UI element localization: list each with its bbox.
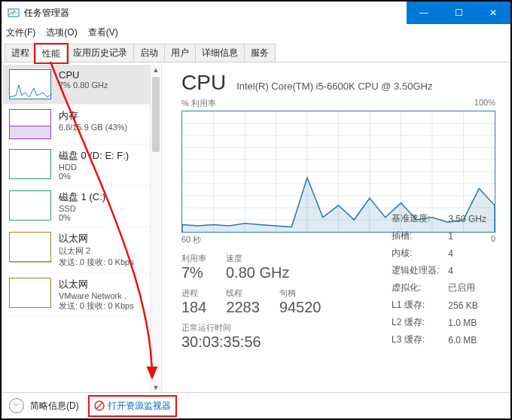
app-icon [8, 7, 20, 19]
task-manager-window: 任务管理器 — ☐ ✕ 文件(F) 选项(O) 查看(V) 进程 性能 应用历史… [0, 0, 512, 420]
thread-value: 2283 [226, 299, 260, 316]
tab-startup[interactable]: 启动 [133, 44, 165, 62]
sidebar-item-memory[interactable]: 内存 6.8/15.9 GB (43%) [3, 105, 151, 145]
net-sparkline-icon [9, 278, 51, 308]
tab-services[interactable]: 服务 [244, 44, 276, 62]
tab-strip: 进程 性能 应用历史记录 启动 用户 详细信息 服务 [2, 41, 510, 62]
tab-performance[interactable]: 性能 [35, 44, 67, 62]
chart-x-left: 60 秒 [181, 234, 201, 245]
scroll-up-icon[interactable]: ▲ [151, 65, 161, 75]
titlebar[interactable]: 任务管理器 — ☐ ✕ [2, 2, 510, 24]
menu-options[interactable]: 选项(O) [46, 26, 77, 39]
speed-value: 0.80 GHz [226, 264, 289, 282]
menu-view[interactable]: 查看(V) [88, 26, 118, 39]
sidebar-label: 以太网 [59, 278, 134, 291]
sidebar-scrollbar[interactable]: ▲ ▼ [150, 65, 161, 393]
disk-sparkline-icon [9, 149, 51, 179]
sidebar-label: CPU [59, 69, 108, 81]
sidebar-label: 磁盘 0 (D: E: F:) [59, 149, 129, 163]
net-sparkline-icon [9, 232, 51, 262]
sidebar-label: 以太网 [59, 232, 134, 245]
memory-sparkline-icon [9, 109, 51, 139]
open-resource-monitor-label: 打开资源监视器 [108, 400, 171, 412]
close-button[interactable]: ✕ [476, 2, 510, 24]
menu-file[interactable]: 文件(F) [6, 26, 35, 39]
tab-app-history[interactable]: 应用历史记录 [66, 44, 134, 62]
sidebar: CPU 7% 0.80 GHz 内存 6.8/15.9 GB (43%) [3, 65, 162, 393]
panel-subtitle: Intel(R) Core(TM) i5-6600K CPU @ 3.50GHz [236, 81, 432, 92]
sidebar-sub: SSD [59, 204, 105, 213]
chevron-down-icon: ﹀ [13, 400, 20, 411]
proc-label: 进程 [181, 288, 206, 299]
chart-y-max: 100% [474, 98, 495, 109]
svg-line-20 [96, 403, 102, 409]
sidebar-detail: 6.8/15.9 GB (43%) [59, 123, 127, 132]
util-value: 7% [181, 264, 206, 282]
content-area: CPU 7% 0.80 GHz 内存 6.8/15.9 GB (43%) [3, 65, 509, 393]
scrollbar-thumb[interactable] [152, 77, 160, 152]
handle-label: 句柄 [279, 288, 322, 299]
sidebar-sub: VMware Network . [59, 291, 134, 300]
sidebar-sub: 以太网 2 [59, 245, 134, 257]
resource-monitor-icon [94, 400, 105, 411]
sidebar-detail: 0% [59, 172, 129, 181]
chart-y-label: % 利用率 [181, 98, 216, 109]
sidebar-detail: 发送: 0 接收: 0 Kbps [59, 257, 134, 268]
sidebar-item-disk0[interactable]: 磁盘 0 (D: E: F:) HDD 0% [3, 145, 151, 186]
menubar: 文件(F) 选项(O) 查看(V) [2, 24, 510, 41]
scroll-down-icon[interactable]: ▼ [151, 382, 161, 393]
fewer-details-label[interactable]: 简略信息(D) [30, 400, 79, 412]
sidebar-label: 磁盘 1 (C:) [59, 190, 105, 204]
sidebar-label: 内存 [59, 109, 127, 123]
window-buttons: — ☐ ✕ [407, 2, 510, 24]
thread-label: 线程 [226, 288, 260, 299]
open-resource-monitor-link[interactable]: 打开资源监视器 [91, 398, 174, 414]
tab-details[interactable]: 详细信息 [195, 44, 245, 62]
proc-value: 184 [181, 299, 206, 316]
disk-sparkline-icon [9, 190, 51, 221]
sidebar-item-disk1[interactable]: 磁盘 1 (C:) SSD 0% [3, 186, 151, 227]
footer: ﹀ 简略信息(D) 打开资源监视器 [2, 392, 510, 418]
sidebar-item-eth0[interactable]: 以太网 以太网 2 发送: 0 接收: 0 Kbps [3, 227, 151, 273]
sidebar-detail: 发送: 0 接收: 0 Kbps [59, 300, 134, 312]
sidebar-detail: 0% [59, 213, 105, 222]
panel-title: CPU [181, 71, 226, 95]
cpu-sparkline-icon [9, 69, 51, 99]
detail-panel: CPU Intel(R) Core(TM) i5-6600K CPU @ 3.5… [162, 65, 509, 393]
handle-value: 94520 [279, 299, 322, 316]
util-label: 利用率 [181, 253, 206, 264]
minimize-button[interactable]: — [407, 2, 441, 24]
tab-users[interactable]: 用户 [164, 44, 196, 62]
sidebar-item-cpu[interactable]: CPU 7% 0.80 GHz [3, 65, 151, 105]
sidebar-sub: HDD [59, 163, 129, 172]
cpu-spec-table: 基准速度:3.50 GHz 插槽:1 内核:4 逻辑处理器:4 虚拟化:已启用 … [390, 209, 495, 349]
maximize-button[interactable]: ☐ [441, 2, 476, 24]
sidebar-item-eth1[interactable]: 以太网 VMware Network . 发送: 0 接收: 0 Kbps [3, 273, 151, 317]
fewer-details-button[interactable]: ﹀ [9, 398, 24, 413]
speed-label: 速度 [226, 253, 289, 264]
window-title: 任务管理器 [24, 7, 69, 20]
tab-processes[interactable]: 进程 [5, 44, 36, 62]
sidebar-detail: 7% 0.80 GHz [59, 81, 108, 90]
